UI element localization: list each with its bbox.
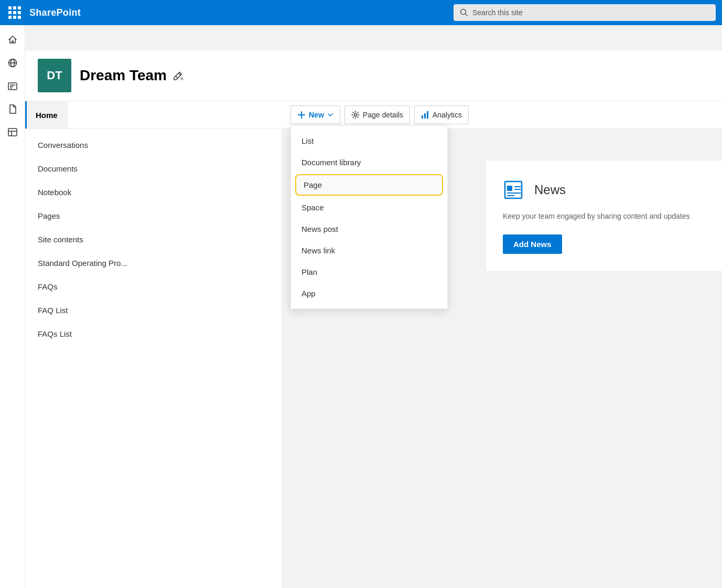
svg-rect-20 (507, 186, 512, 191)
nav-home[interactable]: Home (25, 101, 68, 129)
main-content: DT Dream Team Home (25, 50, 722, 588)
gear-icon (351, 111, 360, 119)
sidebar-home-icon[interactable] (2, 29, 23, 50)
left-nav-item-sop[interactable]: Standard Operating Pro... (25, 251, 282, 275)
svg-rect-16 (422, 115, 423, 119)
svg-point-15 (354, 114, 357, 116)
new-button[interactable]: New (290, 105, 340, 124)
svg-rect-18 (427, 111, 428, 119)
nav-left: Home (25, 101, 282, 129)
dropdown-item-space[interactable]: Space (291, 197, 447, 218)
chevron-down-icon (327, 112, 333, 118)
search-icon (460, 8, 468, 17)
search-placeholder: Search this site (472, 8, 523, 17)
site-logo: DT (38, 59, 71, 92)
left-nav-item-notebook[interactable]: Notebook (25, 180, 282, 204)
sidebar-list-icon[interactable] (2, 122, 23, 143)
nav-bar: Home New List (25, 101, 722, 129)
left-nav-item-faqs-list[interactable]: FAQs List (25, 322, 282, 346)
left-nav-panel: Conversations Documents Notebook Pages S… (25, 129, 282, 588)
news-card-description: Keep your team engaged by sharing conten… (503, 211, 689, 222)
search-box[interactable]: Search this site (454, 4, 716, 21)
svg-rect-17 (424, 113, 426, 119)
news-card: News Keep your team engaged by sharing c… (486, 161, 722, 271)
dropdown-item-page[interactable]: Page (295, 174, 443, 196)
new-dropdown-menu: List Document library Page Space News po… (290, 125, 448, 309)
top-bar-left: SharePoint (6, 4, 81, 21)
new-dropdown-container: New List Document library Page (290, 105, 340, 124)
nav-actions: New List Document library Page (282, 101, 477, 129)
dropdown-item-document-library[interactable]: Document library (291, 152, 447, 173)
site-title: Dream Team (80, 67, 185, 84)
news-card-icon (503, 177, 528, 202)
news-card-title: News (534, 183, 566, 197)
dropdown-item-plan[interactable]: Plan (291, 261, 447, 283)
waffle-icon[interactable] (6, 4, 23, 21)
edit-site-icon[interactable] (172, 69, 185, 82)
sidebar-news-icon[interactable] (2, 76, 23, 97)
left-sidebar (0, 25, 25, 588)
add-news-button[interactable]: Add News (503, 234, 562, 254)
left-nav-item-faq-list[interactable]: FAQ List (25, 298, 282, 322)
dropdown-item-news-link[interactable]: News link (291, 240, 447, 261)
app-name: SharePoint (29, 7, 81, 18)
dropdown-item-list[interactable]: List (291, 130, 447, 152)
sidebar-globe-icon[interactable] (2, 52, 23, 73)
left-nav-item-documents[interactable]: Documents (25, 157, 282, 180)
page-details-button[interactable]: Page details (344, 105, 410, 124)
analytics-icon (421, 111, 429, 119)
left-nav-item-site-contents[interactable]: Site contents (25, 228, 282, 251)
site-header: DT Dream Team (25, 50, 722, 101)
left-nav-item-pages[interactable]: Pages (25, 204, 282, 228)
news-header: News (503, 177, 566, 202)
svg-line-1 (466, 14, 468, 16)
left-nav-item-faqs[interactable]: FAQs (25, 275, 282, 298)
dropdown-item-news-post[interactable]: News post (291, 218, 447, 240)
top-bar: SharePoint Search this site (0, 0, 722, 25)
left-nav-item-conversations[interactable]: Conversations (25, 133, 282, 157)
sidebar-page-icon[interactable] (2, 99, 23, 120)
plus-icon (297, 111, 306, 119)
dropdown-item-app[interactable]: App (291, 283, 447, 304)
analytics-button[interactable]: Analytics (414, 105, 469, 124)
svg-rect-9 (8, 129, 17, 136)
